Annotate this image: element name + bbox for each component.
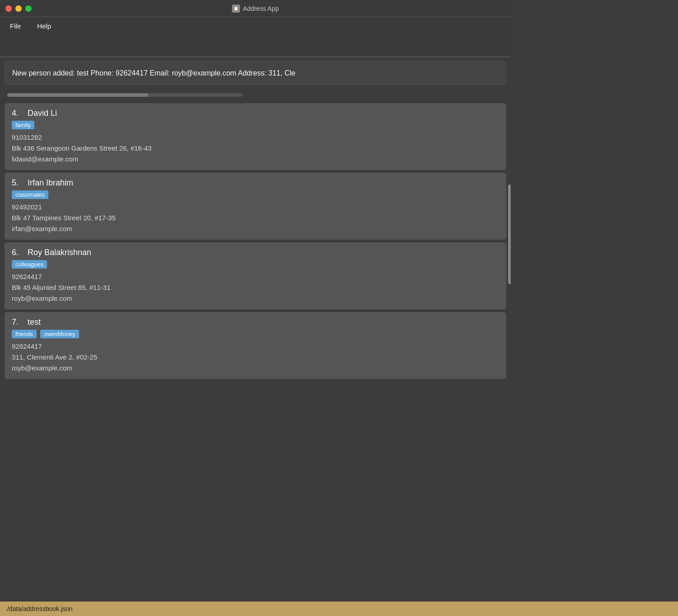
contact-name-3: Roy Balakrishnan — [28, 248, 91, 257]
window-title: 📋 Address App — [232, 5, 278, 13]
contact-number-name-3: 6. Roy Balakrishnan — [12, 248, 499, 257]
contact-name-2: Irfan Ibrahim — [28, 178, 73, 187]
progress-bar-container — [7, 93, 242, 97]
tag-owesmoney-4: owesMoney — [40, 330, 79, 338]
contact-tags-3: colleagues — [12, 260, 499, 271]
notification-text: New person added: test Phone: 92624417 E… — [12, 68, 499, 78]
contact-card-4[interactable]: 7. test friends owesMoney 92624417 311, … — [5, 312, 506, 379]
app-icon: 📋 — [232, 5, 240, 13]
contact-address-3: Blk 45 Aljunied Street 85, #11-31 — [12, 282, 499, 293]
menu-help[interactable]: Help — [34, 20, 54, 32]
contact-email-1: lidavid@example.com — [12, 154, 499, 165]
notification-banner: New person added: test Phone: 92624417 E… — [5, 62, 506, 85]
traffic-lights — [5, 5, 32, 12]
contact-email-4: royb@example.com — [12, 363, 499, 374]
contact-tags-2: classmates — [12, 190, 499, 202]
contact-number-name-4: 7. test — [12, 317, 499, 327]
contact-email-2: irfan@example.com — [12, 223, 499, 234]
contact-address-2: Blk 47 Tampines Street 20, #17-35 — [12, 213, 499, 223]
contact-phone-3: 92624417 — [12, 271, 499, 282]
contact-name-1: David Li — [28, 109, 57, 118]
contact-tags-4: friends owesMoney — [12, 330, 499, 341]
contact-email-3: royb@example.com — [12, 293, 499, 304]
contact-address-1: Blk 436 Serangoon Gardens Street 26, #16… — [12, 143, 499, 154]
contact-number-2: 5. — [12, 178, 19, 187]
contact-number-name-1: 4. David Li — [12, 109, 499, 118]
contact-number-3: 6. — [12, 248, 19, 257]
scrollbar-track[interactable] — [506, 103, 511, 381]
contact-number-4: 7. — [12, 317, 19, 327]
contact-number-name-2: 5. Irfan Ibrahim — [12, 178, 499, 188]
contact-list: 4. David Li family 91031282 Blk 436 Sera… — [0, 103, 511, 381]
scrollbar-thumb[interactable] — [508, 185, 511, 284]
title-text: Address App — [243, 5, 278, 12]
menu-file[interactable]: File — [7, 20, 24, 32]
contact-name-4: test — [28, 317, 41, 327]
progress-area — [0, 90, 511, 103]
contact-card-3[interactable]: 6. Roy Balakrishnan colleagues 92624417 … — [5, 242, 506, 309]
tag-family-1: family — [12, 121, 34, 129]
tag-friends-4: friends — [12, 330, 37, 338]
contact-phone-1: 91031282 — [12, 132, 499, 143]
toolbar — [0, 34, 511, 57]
menu-bar: File Help — [0, 17, 511, 34]
contact-address-4: 311, Clementi Ave 2, #02-25 — [12, 352, 499, 363]
contact-phone-2: 92492021 — [12, 202, 499, 213]
contact-tags-1: family — [12, 121, 499, 132]
contact-phone-4: 92624417 — [12, 341, 499, 352]
tag-colleagues-3: colleagues — [12, 260, 47, 269]
tag-classmates-2: classmates — [12, 190, 48, 199]
contact-card-2[interactable]: 5. Irfan Ibrahim classmates 92492021 Blk… — [5, 173, 506, 240]
close-button[interactable] — [5, 5, 12, 12]
progress-bar-fill — [7, 93, 148, 97]
title-bar: 📋 Address App — [0, 0, 511, 17]
maximize-button[interactable] — [25, 5, 32, 12]
contact-number-1: 4. — [12, 109, 19, 118]
minimize-button[interactable] — [15, 5, 22, 12]
contact-card-1[interactable]: 4. David Li family 91031282 Blk 436 Sera… — [5, 103, 506, 170]
